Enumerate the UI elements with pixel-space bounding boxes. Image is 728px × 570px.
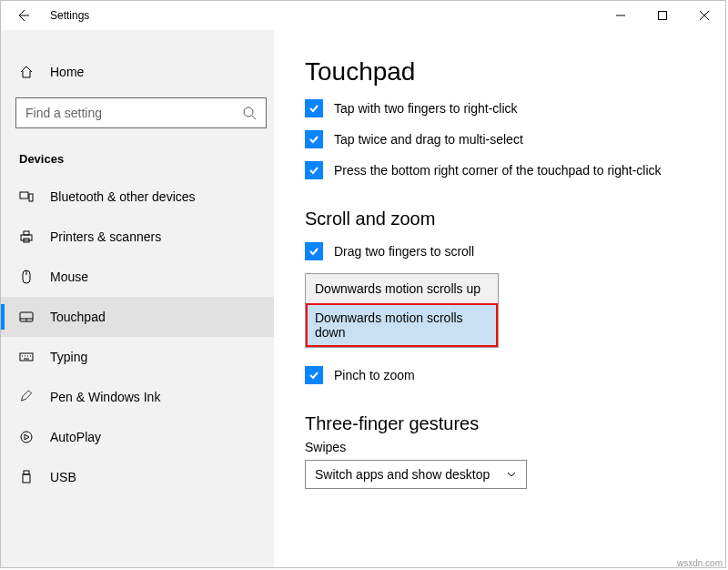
svg-rect-6: [20, 192, 28, 198]
checkbox-icon: [305, 366, 323, 384]
search-input[interactable]: [25, 106, 242, 120]
sidebar: Home Devices Bluetooth & other devices P…: [1, 30, 274, 567]
swipes-combo[interactable]: Switch apps and show desktop: [305, 460, 527, 489]
svg-point-22: [21, 432, 32, 443]
nav-label: Pen & Windows Ink: [50, 390, 160, 404]
watermark: wsxdn.com: [677, 558, 723, 568]
nav-mouse[interactable]: Mouse: [1, 257, 274, 297]
check-bottom-right-rightclick[interactable]: Press the bottom right corner of the tou…: [305, 161, 725, 179]
check-pinch-zoom[interactable]: Pinch to zoom: [305, 366, 725, 384]
nav-label: Typing: [50, 350, 87, 364]
swipes-label: Swipes: [305, 440, 725, 454]
search-wrap: [1, 88, 274, 137]
touchpad-icon: [19, 310, 34, 324]
nav-autoplay[interactable]: AutoPlay: [1, 417, 274, 457]
checkbox-icon: [305, 99, 323, 117]
svg-point-4: [244, 107, 253, 117]
titlebar: Settings: [1, 1, 725, 30]
nav-touchpad[interactable]: Touchpad: [1, 297, 274, 337]
scroll-option-up[interactable]: Downwards motion scrolls up: [306, 274, 498, 303]
system-buttons: [600, 1, 725, 30]
window-title: Settings: [45, 9, 89, 22]
checkbox-icon: [305, 130, 323, 148]
autoplay-icon: [19, 430, 34, 444]
nav-label: Printers & scanners: [50, 229, 161, 244]
nav-label: Bluetooth & other devices: [50, 189, 196, 204]
home-label: Home: [50, 65, 84, 79]
svg-rect-8: [21, 235, 32, 240]
svg-rect-16: [20, 353, 33, 361]
svg-rect-7: [29, 194, 33, 201]
maximize-icon: [658, 11, 667, 20]
nav-pen[interactable]: Pen & Windows Ink: [1, 377, 274, 417]
section-label: Devices: [1, 137, 274, 177]
nav-label: USB: [50, 470, 76, 484]
nav-printers[interactable]: Printers & scanners: [1, 217, 274, 257]
chevron-down-icon: [506, 469, 517, 480]
three-finger-heading: Three-finger gestures: [305, 413, 725, 434]
pen-icon: [19, 390, 34, 404]
scroll-zoom-heading: Scroll and zoom: [305, 209, 725, 229]
minimize-button[interactable]: [600, 1, 642, 30]
scroll-option-down[interactable]: Downwards motion scrolls down: [306, 303, 498, 347]
settings-window: Settings Home: [0, 0, 726, 568]
printer-icon: [19, 229, 34, 244]
nav-typing[interactable]: Typing: [1, 337, 274, 377]
titlebar-left: Settings: [1, 1, 600, 30]
page-title: Touchpad: [305, 57, 725, 87]
checkbox-icon: [305, 161, 323, 179]
nav-bluetooth[interactable]: Bluetooth & other devices: [1, 177, 274, 217]
keyboard-icon: [19, 350, 34, 364]
content: Touchpad Tap with two fingers to right-c…: [274, 30, 725, 567]
nav-label: Mouse: [50, 270, 88, 284]
maximize-button[interactable]: [642, 1, 683, 30]
arrow-left-icon: [15, 8, 30, 23]
check-tap-twice-drag[interactable]: Tap twice and drag to multi-select: [305, 130, 725, 148]
check-label: Pinch to zoom: [334, 368, 415, 382]
nav-label: AutoPlay: [50, 430, 101, 444]
check-label: Tap twice and drag to multi-select: [334, 132, 523, 147]
svg-rect-1: [659, 12, 667, 20]
nav-label: Touchpad: [50, 310, 106, 324]
check-label: Tap with two fingers to right-click: [334, 101, 518, 116]
svg-rect-23: [24, 471, 29, 474]
devices-icon: [19, 189, 34, 204]
home-icon: [19, 65, 34, 79]
check-label: Drag two fingers to scroll: [334, 244, 474, 259]
svg-rect-9: [24, 231, 29, 235]
body: Home Devices Bluetooth & other devices P…: [1, 30, 725, 567]
check-label: Press the bottom right corner of the tou…: [334, 163, 662, 178]
check-drag-two-fingers[interactable]: Drag two fingers to scroll: [305, 242, 725, 260]
swipes-value: Switch apps and show desktop: [315, 467, 490, 482]
search-icon: [242, 106, 257, 120]
svg-rect-24: [23, 474, 30, 483]
home-link[interactable]: Home: [1, 56, 274, 88]
nav-usb[interactable]: USB: [1, 457, 274, 497]
check-two-finger-rightclick[interactable]: Tap with two fingers to right-click: [305, 99, 725, 117]
svg-line-5: [252, 116, 256, 119]
back-button[interactable]: [1, 8, 45, 23]
scroll-direction-dropdown[interactable]: Downwards motion scrolls up Downwards mo…: [305, 273, 499, 348]
mouse-icon: [19, 270, 34, 284]
close-button[interactable]: [683, 1, 725, 30]
minimize-icon: [616, 11, 625, 20]
search-box[interactable]: [15, 97, 267, 128]
close-icon: [700, 11, 709, 20]
usb-icon: [19, 470, 34, 484]
checkbox-icon: [305, 242, 323, 260]
